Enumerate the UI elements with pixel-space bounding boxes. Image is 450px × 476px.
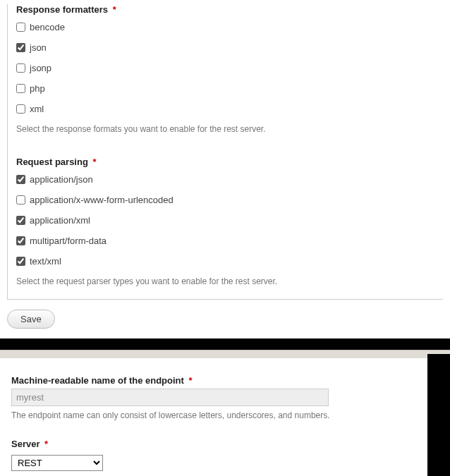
parser-option-app-xml: application/xml <box>16 215 436 226</box>
parser-label-multipart: multipart/form-data <box>30 236 107 246</box>
divider-grey <box>0 350 450 358</box>
formatter-label-php: php <box>30 83 45 94</box>
formatter-checkbox-bencode[interactable] <box>16 23 25 32</box>
parser-option-multipart: multipart/form-data <box>16 236 436 246</box>
formatter-checkbox-jsonp[interactable] <box>16 63 25 73</box>
request-parsing-title: Request parsing * <box>16 157 436 167</box>
right-black-strip <box>427 354 450 476</box>
parser-option-form-urlencoded: application/x-www-form-urlencoded <box>16 195 436 205</box>
parser-option-text-xml: text/xml <box>16 256 436 267</box>
response-formatters-title: Response formatters * <box>16 4 436 15</box>
save-button[interactable]: Save <box>7 310 55 329</box>
response-formatters-help: Select the response formats you want to … <box>16 124 436 134</box>
required-mark: * <box>189 375 193 386</box>
endpoint-name-label: Machine-readable name of the endpoint * <box>11 375 412 386</box>
parser-checkbox-multipart[interactable] <box>16 236 25 245</box>
save-area: Save <box>0 300 450 338</box>
divider-dark <box>0 338 450 350</box>
formatter-option-json: json <box>16 42 436 53</box>
formatter-checkbox-xml[interactable] <box>16 104 25 114</box>
formatter-label-bencode: bencode <box>30 22 65 32</box>
server-label-text: Server <box>11 439 39 449</box>
formatter-option-jsonp: jsonp <box>16 63 436 73</box>
settings-panel: Response formatters * bencode json jsonp… <box>7 4 443 300</box>
parser-label-form-urlencoded: application/x-www-form-urlencoded <box>30 195 174 205</box>
required-mark: * <box>113 4 116 15</box>
formatter-checkbox-php[interactable] <box>16 84 25 93</box>
parser-label-text-xml: text/xml <box>30 256 61 267</box>
request-parsing-help: Select the request parser types you want… <box>16 276 436 286</box>
endpoint-name-input[interactable] <box>11 389 329 406</box>
formatter-label-jsonp: jsonp <box>30 63 51 73</box>
server-label: Server * <box>11 439 412 449</box>
parser-option-app-json: application/json <box>16 174 436 185</box>
parser-checkbox-form-urlencoded[interactable] <box>16 195 25 205</box>
parser-label-app-xml: application/xml <box>30 215 90 226</box>
parser-label-app-json: application/json <box>30 174 93 185</box>
formatter-option-xml: xml <box>16 104 436 114</box>
formatter-label-json: json <box>30 42 47 53</box>
endpoint-form: Machine-readable name of the endpoint * … <box>0 358 423 476</box>
formatter-option-bencode: bencode <box>16 22 436 32</box>
parser-checkbox-app-json[interactable] <box>16 175 25 184</box>
endpoint-name-help: The endpoint name can only consist of lo… <box>11 410 412 420</box>
parser-checkbox-text-xml[interactable] <box>16 257 25 266</box>
formatter-checkbox-json[interactable] <box>16 43 25 52</box>
formatter-option-php: php <box>16 83 436 94</box>
request-parsing-title-text: Request parsing <box>16 157 88 167</box>
endpoint-name-label-text: Machine-readable name of the endpoint <box>11 375 184 386</box>
server-select[interactable]: REST <box>11 455 103 471</box>
required-mark: * <box>44 439 48 449</box>
response-formatters-title-text: Response formatters <box>16 4 108 15</box>
parser-checkbox-app-xml[interactable] <box>16 216 25 225</box>
required-mark: * <box>92 157 96 167</box>
formatter-label-xml: xml <box>30 104 44 114</box>
